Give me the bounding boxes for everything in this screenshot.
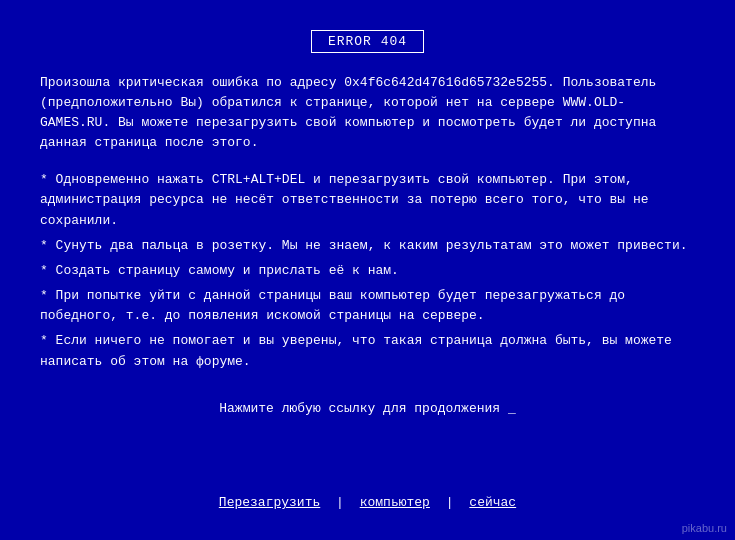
link-now[interactable]: сейчас bbox=[469, 495, 516, 510]
bullet-5: * Если ничего не помогает и вы уверены, … bbox=[40, 331, 695, 373]
watermark: pikabu.ru bbox=[682, 522, 727, 534]
error-title: ERROR 404 bbox=[328, 34, 407, 49]
bullet-3: * Создать страницу самому и прислать её … bbox=[40, 261, 695, 282]
prompt-text: Нажмите любую ссылку для продолжения _ bbox=[219, 401, 515, 416]
separator-1: | bbox=[336, 495, 344, 510]
bullet-4: * При попытке уйти с данной страницы ваш… bbox=[40, 286, 695, 328]
error-box: ERROR 404 bbox=[311, 30, 424, 53]
main-description: Произошла критическая ошибка по адресу 0… bbox=[40, 73, 695, 154]
separator-2: | bbox=[446, 495, 454, 510]
bullet-section: * Одновременно нажать CTRL+ALT+DEL и пер… bbox=[40, 170, 695, 377]
page-container: ERROR 404 Произошла критическая ошибка п… bbox=[0, 0, 735, 540]
prompt-line: Нажмите любую ссылку для продолжения _ bbox=[40, 401, 695, 416]
main-paragraph: Произошла критическая ошибка по адресу 0… bbox=[40, 75, 656, 150]
link-reboot[interactable]: Перезагрузить bbox=[219, 495, 320, 510]
links-row: Перезагрузить | компьютер | сейчас bbox=[40, 495, 695, 520]
bullet-1: * Одновременно нажать CTRL+ALT+DEL и пер… bbox=[40, 170, 695, 232]
bullet-2: * Сунуть два пальца в розетку. Мы не зна… bbox=[40, 236, 695, 257]
link-computer[interactable]: компьютер bbox=[360, 495, 430, 510]
